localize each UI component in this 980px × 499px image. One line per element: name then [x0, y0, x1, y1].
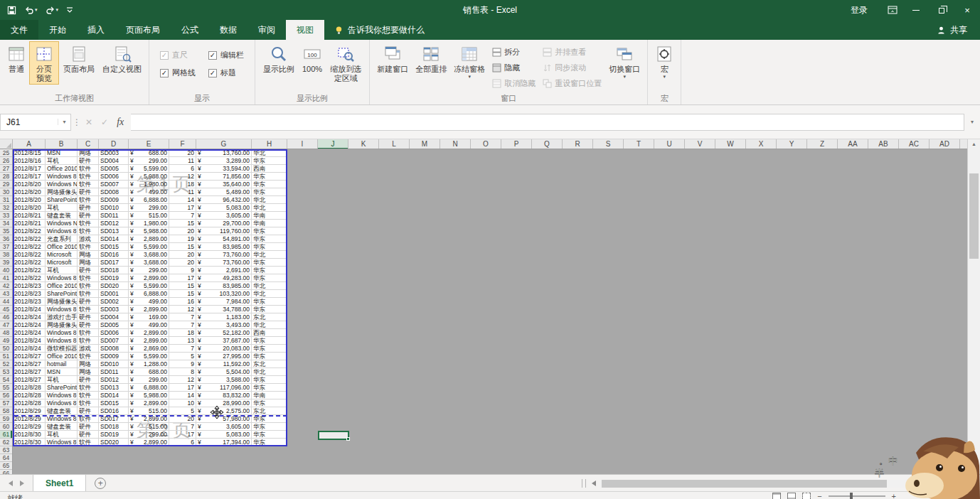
row-header-60[interactable]: 60	[0, 423, 12, 431]
cell[interactable]: 15	[169, 290, 196, 298]
cell[interactable]: Windows 8	[46, 439, 78, 446]
cell[interactable]: SD004	[99, 157, 129, 165]
column-header-AA[interactable]: AA	[838, 139, 868, 149]
normal-view-shortcut-icon[interactable]	[772, 493, 781, 499]
cell[interactable]: 2012/8/29	[13, 407, 46, 415]
arrange-all-button[interactable]: 全部重排	[412, 41, 450, 75]
cell[interactable]: 6	[169, 439, 196, 446]
cell[interactable]: 2012/8/22	[13, 274, 46, 282]
cell[interactable]: SD012	[99, 220, 129, 227]
cell[interactable]: 华北	[252, 251, 287, 259]
row-header-32[interactable]: 32	[0, 204, 12, 212]
customize-qat-button[interactable]	[66, 6, 73, 14]
cell[interactable]: 10	[169, 399, 196, 407]
cell[interactable]: ¥73,760.00	[196, 251, 252, 259]
cell[interactable]: ¥1,183.00	[196, 313, 252, 321]
cell[interactable]: 2012/8/24	[13, 329, 46, 337]
cell[interactable]: 耳机	[46, 157, 78, 165]
column-header-R[interactable]: R	[563, 139, 593, 149]
cell[interactable]: ¥5,988.00	[129, 392, 169, 399]
cell[interactable]: 7	[169, 423, 196, 431]
cell[interactable]: ¥33,594.00	[196, 165, 252, 173]
cell[interactable]: SharePoint	[46, 384, 78, 392]
cell[interactable]: 软件	[78, 439, 99, 446]
cell[interactable]: 2012/8/22	[13, 243, 46, 251]
zoom-out-button[interactable]: −	[817, 493, 821, 499]
row-header-47[interactable]: 47	[0, 321, 12, 329]
cell[interactable]: SD004	[99, 313, 129, 321]
cell[interactable]: ¥83,985.00	[196, 282, 252, 290]
cell[interactable]: ¥17,394.00	[196, 439, 252, 446]
cell[interactable]: SD016	[99, 407, 129, 415]
column-header-Q[interactable]: Q	[532, 139, 563, 149]
checkbox-headings[interactable]: 标题	[208, 68, 244, 78]
cell[interactable]: 软件	[78, 329, 99, 337]
cell[interactable]: 软件	[78, 353, 99, 360]
cell[interactable]: 耳机	[46, 267, 78, 274]
cell[interactable]: SD019	[99, 431, 129, 439]
cell[interactable]: 华东	[252, 337, 287, 345]
cell[interactable]: SD008	[99, 345, 129, 353]
cell[interactable]: ¥27,995.00	[196, 353, 252, 360]
ribbon-tab-插入[interactable]: 插入	[77, 20, 115, 40]
row-header-34[interactable]: 34	[0, 220, 12, 227]
cell[interactable]: 13	[169, 337, 196, 345]
cell[interactable]: 耳机	[46, 376, 78, 384]
sheet-tab-sheet1[interactable]: Sheet1	[33, 475, 86, 491]
cell[interactable]: 华东	[252, 227, 287, 235]
normal-view-button[interactable]: 普通	[4, 41, 29, 75]
column-header-P[interactable]: P	[501, 139, 532, 149]
cell[interactable]: SD013	[99, 384, 129, 392]
cell[interactable]: ¥1,980.00	[129, 181, 169, 188]
cell[interactable]: 17	[169, 431, 196, 439]
redo-button[interactable]: ▾	[46, 6, 59, 14]
page-break-preview-shortcut-icon[interactable]	[802, 493, 811, 499]
cell[interactable]: 17	[169, 274, 196, 282]
cell[interactable]: SD018	[99, 423, 129, 431]
cell[interactable]: 2012/8/16	[13, 157, 46, 165]
cell[interactable]: ¥83,832.00	[196, 392, 252, 399]
cell[interactable]: 9	[169, 267, 196, 274]
cell[interactable]: 硬件	[78, 267, 99, 274]
cell[interactable]: 9	[169, 360, 196, 368]
cell[interactable]: ¥37,687.00	[196, 337, 252, 345]
cell[interactable]: 2012/8/30	[13, 439, 46, 446]
cell[interactable]: Windows 8	[46, 399, 78, 407]
cell[interactable]: Windows NT	[46, 220, 78, 227]
cell[interactable]: 2012/8/28	[13, 392, 46, 399]
row-header-26[interactable]: 26	[0, 157, 12, 165]
close-button[interactable]: ×	[954, 0, 980, 20]
cell[interactable]: ¥3,605.00	[196, 423, 252, 431]
cell[interactable]: SD018	[99, 267, 129, 274]
cell[interactable]: ¥688.00	[129, 368, 169, 376]
row-header-51[interactable]: 51	[0, 353, 12, 360]
undo-button[interactable]: ▾	[24, 6, 38, 14]
cell[interactable]: 2012/8/17	[13, 173, 46, 181]
row-header-28[interactable]: 28	[0, 173, 12, 181]
switch-windows-dropdown-icon[interactable]	[623, 74, 626, 80]
cell[interactable]: 华北	[252, 282, 287, 290]
cell[interactable]: SD009	[99, 353, 129, 360]
cell[interactable]: ¥5,083.00	[196, 431, 252, 439]
cell[interactable]: 华北	[252, 204, 287, 212]
cell[interactable]: SD015	[99, 399, 129, 407]
cell[interactable]: SD007	[99, 337, 129, 345]
cell[interactable]: 网络摄像头	[46, 188, 78, 196]
cell[interactable]: 15	[169, 282, 196, 290]
cell[interactable]: 16	[169, 298, 196, 306]
cell[interactable]: ¥515.00	[129, 212, 169, 220]
cell[interactable]: SD003	[99, 306, 129, 313]
cell[interactable]: ¥5,504.00	[196, 368, 252, 376]
cell[interactable]: ¥299.00	[129, 157, 169, 165]
cell[interactable]: 耳机	[46, 204, 78, 212]
cell[interactable]: 华北	[252, 321, 287, 329]
cell[interactable]: ¥169.00	[129, 313, 169, 321]
cell[interactable]: 华东	[252, 399, 287, 407]
page-layout-view-button[interactable]: 页面布局	[59, 41, 99, 75]
cell[interactable]: ¥13,760.00	[196, 149, 252, 157]
row-header-56[interactable]: 56	[0, 392, 12, 399]
cell[interactable]: 华东	[252, 188, 287, 196]
cell[interactable]: Office 2010	[46, 353, 78, 360]
formula-input[interactable]	[131, 114, 964, 131]
cell[interactable]: 8	[169, 368, 196, 376]
